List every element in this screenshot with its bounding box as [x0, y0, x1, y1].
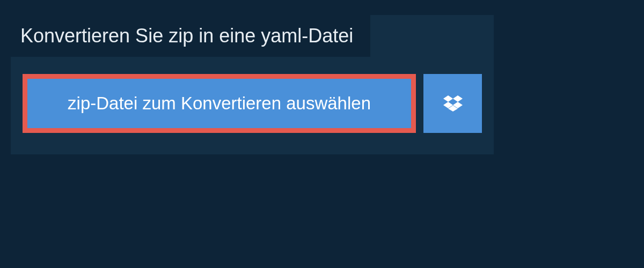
select-file-button[interactable]: zip-Datei zum Konvertieren auswählen — [23, 74, 416, 133]
converter-panel: Konvertieren Sie zip in eine yaml-Datei … — [11, 15, 494, 154]
button-row: zip-Datei zum Konvertieren auswählen — [11, 57, 494, 154]
dropbox-icon — [443, 94, 463, 113]
dropbox-button[interactable] — [423, 74, 482, 133]
select-file-label: zip-Datei zum Konvertieren auswählen — [68, 93, 371, 114]
page-title: Konvertieren Sie zip in eine yaml-Datei — [11, 15, 370, 57]
